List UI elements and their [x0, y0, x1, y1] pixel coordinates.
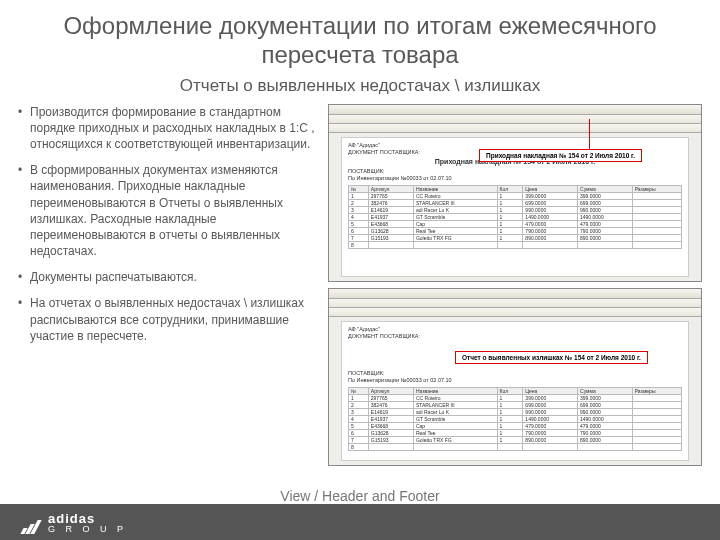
table-cell: 699.0000	[523, 401, 578, 408]
footer-bar: adidas G R O U P	[0, 504, 720, 540]
table-row: 2382476STARLANCER III1699.0000699.0000	[349, 401, 682, 408]
table-row: 6G13628Real Tee1790.0000790.0000	[349, 429, 682, 436]
table-cell	[632, 234, 681, 241]
table-cell: E14619	[368, 206, 413, 213]
table-cell	[632, 227, 681, 234]
callout-box: Отчет о выявленных излишках № 154 от 2 И…	[455, 351, 648, 364]
table-cell	[632, 206, 681, 213]
table-cell: G15193	[368, 234, 413, 241]
table-cell: 479.0000	[523, 422, 578, 429]
table-cell: 890.0000	[578, 436, 633, 443]
table-cell: 399.0000	[523, 192, 578, 199]
app-toolbar	[329, 299, 701, 308]
table-cell: 1	[349, 192, 369, 199]
table-cell	[368, 443, 413, 450]
table-cell: E41937	[368, 213, 413, 220]
app-titlebar	[329, 289, 701, 299]
table-cell: 890.0000	[578, 234, 633, 241]
table-header-row: № Артикул Название Кол Цена Сумма Размер…	[349, 185, 682, 192]
footer-hint: View / Header and Footer	[0, 488, 720, 504]
table-cell: 699.0000	[523, 199, 578, 206]
table-cell: 1	[497, 429, 523, 436]
bullet-list: Производится формирование в стандартном …	[18, 104, 328, 472]
col-article: Артикул	[368, 185, 413, 192]
table-header-row: № Артикул Название Кол Цена Сумма Размер…	[349, 387, 682, 394]
col-price: Цена	[523, 185, 578, 192]
table-row: 1297765CC Roteiro1399.0000399.0000	[349, 394, 682, 401]
table-cell: 1	[497, 234, 523, 241]
table-cell: 8	[349, 443, 369, 450]
col-article: Артикул	[368, 387, 413, 394]
table-cell: STARLANCER III	[413, 199, 497, 206]
table-cell: 6	[349, 227, 369, 234]
table-cell	[632, 443, 681, 450]
table-cell: 990.0000	[523, 206, 578, 213]
table-cell: 1	[497, 436, 523, 443]
table-cell: 790.0000	[578, 227, 633, 234]
table-cell: 699.0000	[578, 401, 633, 408]
table-cell	[497, 443, 523, 450]
table-cell: 2	[349, 401, 369, 408]
table-cell: 7	[349, 436, 369, 443]
table-cell: 1	[497, 227, 523, 234]
company-label: АФ "Адидас"	[348, 142, 682, 148]
table-cell: 1	[497, 394, 523, 401]
page-title: Оформление документации по итогам ежемес…	[0, 0, 720, 72]
table-cell: 1	[497, 199, 523, 206]
table-cell: Goletto TRX FG	[413, 436, 497, 443]
table-cell: 1	[349, 394, 369, 401]
document-page: АФ "Адидас" ДОКУМЕНТ ПОСТАВЩИКА: ПОСТАВЩ…	[341, 321, 689, 461]
app-toolbar	[329, 115, 701, 124]
table-cell	[632, 220, 681, 227]
table-cell: 5	[349, 422, 369, 429]
table-cell	[632, 394, 681, 401]
table-cell: 297765	[368, 394, 413, 401]
table-cell: Real Tee	[413, 227, 497, 234]
table-cell: 1490.0000	[523, 415, 578, 422]
col-qty: Кол	[497, 185, 523, 192]
bullet-item: Документы распечатываются.	[18, 269, 316, 285]
table-row: 3E14619adi Racer Lo K1990.0000990.0000	[349, 408, 682, 415]
callout-box: Приходная накладная № 154 от 2 Июля 2010…	[479, 149, 642, 162]
table-cell: 4	[349, 415, 369, 422]
table-cell: E41937	[368, 415, 413, 422]
table-cell: CC Roteiro	[413, 192, 497, 199]
inventory-ref: По Инвентаризации №00033 от 02.07.10	[348, 175, 682, 181]
table-cell: 7	[349, 234, 369, 241]
table-cell: 479.0000	[578, 422, 633, 429]
table-cell: 6	[349, 429, 369, 436]
table-cell: 890.0000	[523, 436, 578, 443]
table-cell: 990.0000	[578, 206, 633, 213]
table-cell: 990.0000	[578, 408, 633, 415]
bullet-item: На отчетах о выявленных недостачах \ изл…	[18, 295, 316, 344]
col-name: Название	[413, 185, 497, 192]
bullet-item: В сформированных документах изменяются н…	[18, 162, 316, 259]
table-cell	[632, 408, 681, 415]
table-cell: 479.0000	[578, 220, 633, 227]
table-cell: CC Roteiro	[413, 394, 497, 401]
items-table: № Артикул Название Кол Цена Сумма Размер…	[348, 185, 682, 249]
table-cell: Goletto TRX FG	[413, 234, 497, 241]
table-cell: 790.0000	[523, 227, 578, 234]
table-row: 8	[349, 241, 682, 248]
table-row: 4E41937GT Scramble11490.00001490.0000	[349, 213, 682, 220]
table-cell	[632, 429, 681, 436]
table-cell: G13628	[368, 227, 413, 234]
table-cell	[368, 241, 413, 248]
col-qty: Кол	[497, 387, 523, 394]
table-cell: 1	[497, 213, 523, 220]
table-cell: E43668	[368, 220, 413, 227]
table-cell: Real Tee	[413, 429, 497, 436]
table-cell: 5	[349, 220, 369, 227]
col-name: Название	[413, 387, 497, 394]
col-price: Цена	[523, 387, 578, 394]
items-table: № Артикул Название Кол Цена Сумма Размер…	[348, 387, 682, 451]
table-cell: 790.0000	[523, 429, 578, 436]
app-toolbar	[329, 124, 701, 133]
table-cell: adi Racer Lo K	[413, 206, 497, 213]
table-row: 7G15193Goletto TRX FG1890.0000890.0000	[349, 436, 682, 443]
col-num: №	[349, 387, 369, 394]
table-cell: 1	[497, 401, 523, 408]
table-cell: 297765	[368, 192, 413, 199]
col-sizes: Размеры	[632, 185, 681, 192]
